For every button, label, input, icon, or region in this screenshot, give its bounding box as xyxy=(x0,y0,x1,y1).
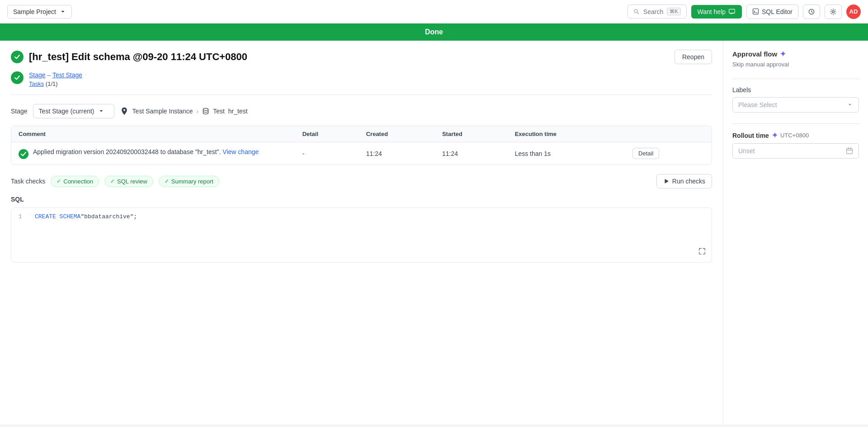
expand-button[interactable] xyxy=(698,247,706,257)
rollout-time-input[interactable]: Unset xyxy=(732,143,859,159)
col-action xyxy=(625,126,712,142)
db-name: hr_test xyxy=(228,108,248,115)
check-label-sql-review: SQL review xyxy=(117,178,147,185)
task-check-icon xyxy=(19,149,28,159)
status-bar: Done xyxy=(0,23,868,41)
sql-editor-icon xyxy=(752,8,759,15)
task-table: Comment Detail Created Started Execution… xyxy=(11,126,712,165)
sidebar: Approval flow ✦ Skip manual approval Lab… xyxy=(723,41,868,424)
approval-flow-label: Approval flow xyxy=(732,50,777,58)
dash: – xyxy=(47,71,52,79)
sql-section-label: SQL xyxy=(11,196,712,203)
instance-name: Test Sample Instance xyxy=(132,108,193,115)
stage-row: Stage Test Stage (current) Test Sample I… xyxy=(11,104,712,118)
sql-editor-label: SQL Editor xyxy=(762,8,793,15)
svg-point-6 xyxy=(203,108,208,111)
approval-flow-section: Approval flow ✦ Skip manual approval xyxy=(732,50,859,68)
sql-editor[interactable]: 1 CREATE SCHEMA "bbdataarchive"; xyxy=(11,207,712,263)
check-badge-connection: ✓ Connection xyxy=(51,176,99,187)
instance-icon xyxy=(120,107,129,116)
timer-button[interactable] xyxy=(803,5,820,19)
svg-point-5 xyxy=(832,10,835,13)
svg-rect-2 xyxy=(729,9,735,13)
stage-select-dropdown[interactable]: Test Stage (current) xyxy=(33,104,114,118)
sql-editor-button[interactable]: SQL Editor xyxy=(746,5,798,19)
nav-left: Sample Project xyxy=(7,5,72,19)
main-layout: [hr_test] Edit schema @09-20 11:24 UTC+0… xyxy=(0,41,868,424)
content-area: [hr_test] Edit schema @09-20 11:24 UTC+0… xyxy=(0,41,723,424)
task-comment: Applied migration version 20240920003244… xyxy=(11,142,295,165)
labels-chevron-icon xyxy=(847,102,853,108)
labels-dropdown[interactable]: Please Select xyxy=(732,97,859,113)
labels-placeholder: Please Select xyxy=(738,101,777,108)
task-created: 11:24 xyxy=(359,142,435,165)
table-row: Applied migration version 20240920003244… xyxy=(11,142,712,165)
task-detail-btn-cell: Detail xyxy=(625,142,712,165)
project-selector[interactable]: Sample Project xyxy=(7,5,72,19)
chevron-down-icon xyxy=(60,9,66,15)
instance-path: Test Sample Instance › Test hr_test xyxy=(120,107,248,116)
check-icon-sql-review: ✓ xyxy=(110,178,115,184)
done-check-icon xyxy=(11,51,24,63)
check-label-connection: Connection xyxy=(63,178,93,185)
timer-icon xyxy=(808,8,815,15)
run-checks-button[interactable]: Run checks xyxy=(656,174,712,188)
approval-flow-subtitle: Skip manual approval xyxy=(732,61,859,68)
db-icon xyxy=(202,108,209,115)
top-nav: Sample Project Search ⌘K Want help SQL E… xyxy=(0,0,868,23)
task-checks-label: Task checks xyxy=(11,178,45,185)
settings-button[interactable] xyxy=(825,5,842,19)
path-arrow: › xyxy=(196,108,198,115)
page-title-row: [hr_test] Edit schema @09-20 11:24 UTC+0… xyxy=(11,50,712,64)
sql-code-keyword: CREATE SCHEMA xyxy=(35,213,80,220)
stage-chevron-icon xyxy=(98,108,104,114)
task-checks-row: Task checks ✓ Connection ✓ SQL review ✓ … xyxy=(11,174,712,188)
want-help-button[interactable]: Want help xyxy=(691,5,742,19)
avatar[interactable]: AD xyxy=(846,5,861,19)
check-label-summary-report: Summary report xyxy=(171,178,213,185)
approval-flow-title: Approval flow ✦ xyxy=(732,50,859,58)
sql-code-string: "bbdataarchive"; xyxy=(80,213,137,220)
calendar-icon xyxy=(846,147,853,155)
stage-link[interactable]: Stage xyxy=(29,71,46,79)
stage-section: Stage – Test Stage Tasks (1/1) xyxy=(11,71,712,95)
tasks-link[interactable]: Tasks xyxy=(29,80,44,87)
labels-section: Labels Please Select xyxy=(732,86,859,113)
task-detail-button[interactable]: Detail xyxy=(632,148,659,159)
search-box[interactable]: Search ⌘K xyxy=(627,5,687,19)
gear-icon xyxy=(830,8,837,15)
view-change-link[interactable]: View change xyxy=(222,148,259,155)
rollout-time-section: Rollout time ✦ UTC+0800 Unset xyxy=(732,131,859,159)
rollout-placeholder: Unset xyxy=(738,147,755,155)
project-name: Sample Project xyxy=(13,8,56,15)
tasks-count: (1/1) xyxy=(46,80,58,87)
run-checks-label: Run checks xyxy=(672,178,705,185)
message-icon xyxy=(728,8,736,15)
sidebar-divider-2 xyxy=(732,123,859,124)
reopen-button[interactable]: Reopen xyxy=(675,50,712,64)
want-help-label: Want help xyxy=(698,8,726,15)
rollout-label: Rollout time xyxy=(732,132,769,139)
svg-marker-7 xyxy=(665,179,668,183)
tasks-info: Tasks (1/1) xyxy=(29,80,712,87)
rollout-sparkle-icon: ✦ xyxy=(772,131,778,140)
task-execution-time: Less than 1s xyxy=(508,142,625,165)
sql-editor-body[interactable]: 1 CREATE SCHEMA "bbdataarchive"; xyxy=(11,208,712,262)
test-stage-link[interactable]: Test Stage xyxy=(52,71,82,79)
stage-check-icon xyxy=(11,71,24,84)
stage-links: Stage – Test Stage xyxy=(29,71,712,79)
task-comment-text: Applied migration version 20240920003244… xyxy=(33,148,221,155)
db-label: Test xyxy=(213,108,225,115)
status-text: Done xyxy=(425,28,443,36)
rollout-time-title: Rollout time ✦ UTC+0800 xyxy=(732,131,859,140)
col-detail: Detail xyxy=(295,126,359,142)
col-created: Created xyxy=(359,126,435,142)
task-detail: - xyxy=(295,142,359,165)
check-badge-sql-review: ✓ SQL review xyxy=(104,176,153,187)
labels-title: Labels xyxy=(732,86,859,94)
page-heading: [hr_test] Edit schema @09-20 11:24 UTC+0… xyxy=(29,51,247,63)
stage-row-label: Stage xyxy=(11,108,28,115)
check-icon-summary-report: ✓ xyxy=(165,178,169,184)
svg-point-0 xyxy=(634,9,637,13)
search-icon xyxy=(633,9,640,15)
